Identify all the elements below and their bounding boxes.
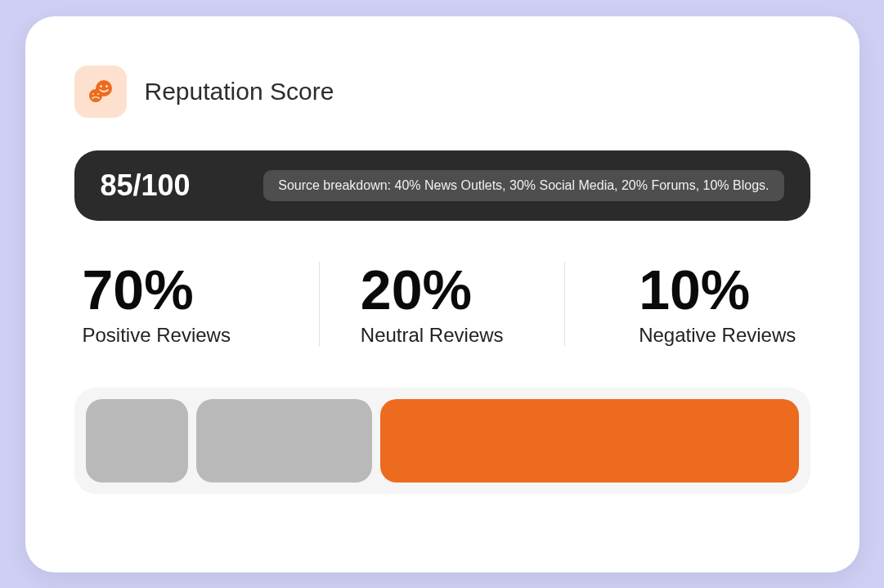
bar-segment-1: [86, 399, 189, 483]
stat-neutral: 20% Neutral Reviews: [320, 262, 565, 347]
bar-segment-3: [380, 399, 798, 483]
svg-point-5: [96, 92, 98, 94]
svg-point-1: [100, 85, 102, 88]
bar-segment-2: [196, 399, 372, 483]
svg-point-4: [92, 92, 93, 94]
stat-positive: 70% Positive Reviews: [74, 262, 320, 347]
distribution-bar: [74, 388, 810, 494]
reputation-card: Reputation Score 85/100 Source breakdown…: [25, 16, 859, 572]
card-header: Reputation Score: [74, 65, 810, 118]
stat-negative-value: 10%: [639, 262, 801, 317]
stat-neutral-value: 20%: [361, 262, 556, 317]
stat-positive-value: 70%: [83, 262, 311, 317]
stat-negative-label: Negative Reviews: [639, 324, 801, 347]
svg-point-2: [105, 85, 108, 88]
svg-point-3: [89, 89, 102, 102]
score-value: 85/100: [101, 168, 191, 203]
stat-positive-label: Positive Reviews: [83, 324, 311, 347]
score-bar: 85/100 Source breakdown: 40% News Outlet…: [74, 150, 810, 221]
stat-negative: 10% Negative Reviews: [565, 262, 810, 347]
source-breakdown-chip: Source breakdown: 40% News Outlets, 30% …: [263, 170, 783, 201]
stat-neutral-label: Neutral Reviews: [361, 324, 556, 347]
faces-icon: [74, 65, 127, 118]
review-stats: 70% Positive Reviews 20% Neutral Reviews…: [74, 262, 810, 347]
card-title: Reputation Score: [145, 78, 334, 105]
